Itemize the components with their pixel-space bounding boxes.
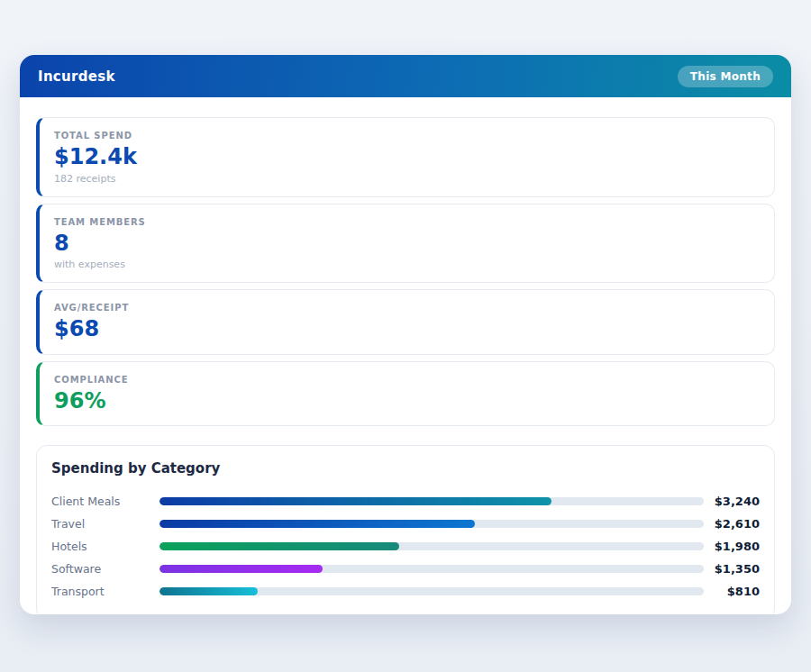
bar-fill-software [159,565,323,573]
chart-row-hotels: Hotels $1,980 [51,535,760,558]
bar-value-label: $1,980 [704,540,760,553]
page-background: Incurdesk This Month TOTAL SPEND $12.4k … [0,0,811,672]
stat-value: 8 [54,232,760,257]
chart-row-travel: Travel $2,610 [51,513,760,535]
stat-label: TOTAL SPEND [54,131,760,141]
bar-category-label: Client Meals [51,495,159,508]
spending-chart-card: Spending by Category Client Meals $3,240… [36,445,775,614]
stat-card-avg-receipt: AVG/RECEIPT $68 [36,289,775,355]
bar-value-label: $2,610 [704,517,760,531]
app-title: Incurdesk [38,68,115,85]
bar-track [159,542,704,550]
bar-track [159,565,704,573]
bar-fill-hotels [159,542,399,550]
bar-track [159,497,704,505]
stat-card-total-spend: TOTAL SPEND $12.4k 182 receipts [36,117,775,197]
bar-track [159,520,704,528]
app-header: Incurdesk This Month [20,55,791,97]
chart-rows: Client Meals $3,240 Travel $2,610 Hotels… [51,490,760,603]
chart-title: Spending by Category [51,460,760,477]
bar-category-label: Travel [51,517,159,531]
bar-fill-travel [159,520,475,528]
bar-category-label: Transport [51,585,159,598]
stat-card-compliance: COMPLIANCE 96% [36,361,775,427]
stat-card-team-members: TEAM MEMBERS 8 with expenses [36,204,775,284]
stat-value: 96% [54,389,760,414]
stat-subtext: with expenses [54,259,760,270]
stat-value: $68 [54,317,760,342]
stat-label: COMPLIANCE [54,375,760,385]
bar-track [159,587,704,595]
bar-category-label: Software [51,562,159,576]
stat-value: $12.4k [54,145,760,170]
bar-value-label: $1,350 [704,562,760,576]
app-window: Incurdesk This Month TOTAL SPEND $12.4k … [20,55,791,614]
chart-row-transport: Transport $810 [51,580,760,603]
stat-label: TEAM MEMBERS [54,217,760,227]
stat-label: AVG/RECEIPT [54,303,760,313]
bar-category-label: Hotels [51,540,159,553]
stat-subtext: 182 receipts [54,173,760,185]
bar-value-label: $3,240 [704,495,760,508]
bar-fill-client-meals [159,497,551,505]
bar-fill-transport [159,587,258,595]
bar-value-label: $810 [704,585,760,598]
main-content: TOTAL SPEND $12.4k 182 receipts TEAM MEM… [20,97,791,614]
stats-list: TOTAL SPEND $12.4k 182 receipts TEAM MEM… [36,117,775,426]
period-badge[interactable]: This Month [678,66,773,87]
chart-row-software: Software $1,350 [51,558,760,580]
chart-row-client-meals: Client Meals $3,240 [51,490,760,513]
